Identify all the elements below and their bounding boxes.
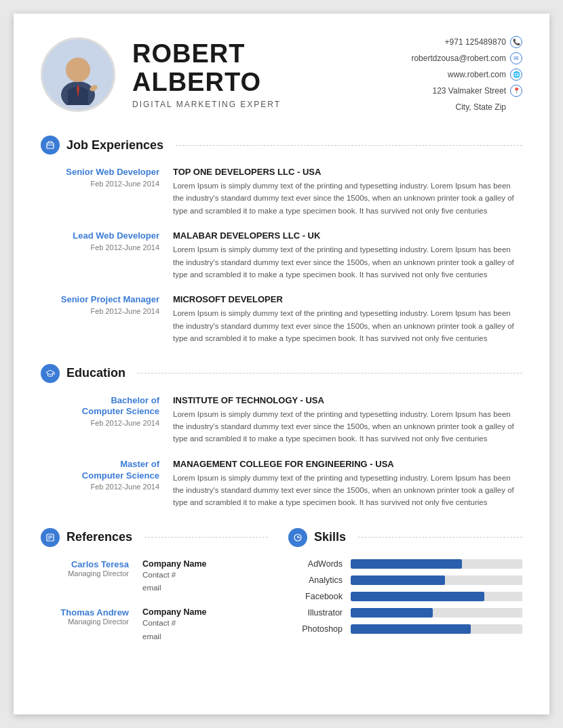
entry-company: TOP ONE DEVELOPERS LLC - USA [173, 167, 522, 177]
address-row: 123 Valmaker Street 📍 [411, 83, 522, 99]
job-section-header: Job Experiences [41, 136, 522, 155]
ref-left: Carlos Teresa Managing Director [41, 559, 129, 595]
svg-rect-4 [47, 143, 54, 148]
job-section-line [176, 145, 522, 146]
list-item: Senior Web Developer Feb 2012-June 2014 … [41, 167, 522, 217]
entry-left: Senior Project Manager Feb 2012-June 201… [41, 294, 159, 344]
entry-description: Lorem Ipsum is simply dummy text of the … [173, 180, 522, 217]
ref-right: Company Name Contact #email [142, 559, 268, 595]
education-section: Education Bachelor ofComputer Science Fe… [41, 364, 522, 509]
education-section-title: Education [66, 366, 125, 380]
entry-dates: Feb 2012-June 2014 [41, 307, 159, 315]
job-section-title: Job Experiences [66, 138, 163, 153]
skill-bar-fill [351, 592, 484, 601]
city-text: City, State Zip [456, 99, 506, 115]
website-text: www.robert.com [448, 66, 506, 83]
ref-left: Thomas Andrew Managing Director [41, 607, 129, 643]
entry-dates: Feb 2012-June 2014 [41, 419, 159, 427]
list-item: Thomas Andrew Managing Director Company … [41, 607, 268, 643]
reference-entries: Carlos Teresa Managing Director Company … [41, 559, 268, 643]
ref-contact: Contact #email [142, 617, 268, 643]
entry-right: TOP ONE DEVELOPERS LLC - USA Lorem Ipsum… [173, 167, 522, 217]
avatar [41, 37, 115, 112]
header-contact: +971 125489870 📞 robertdzousa@robert.com… [411, 34, 522, 115]
skill-bars: AdWords Analytics Facebook Illustrator P… [288, 559, 522, 634]
job-title: DIGITAL MARKETING EXPERT [132, 100, 411, 109]
address-text: 123 Valmaker Street [433, 83, 507, 99]
skill-label: Illustrator [288, 608, 343, 618]
skill-bar-fill [351, 624, 471, 634]
entry-left: Master ofComputer Science Feb 2012-June … [41, 459, 159, 509]
ref-company: Company Name [142, 607, 268, 617]
references-section-header: References [41, 528, 268, 547]
job-icon [41, 136, 60, 155]
last-name: ALBERTO [132, 68, 411, 97]
email-text: robertdzousa@robert.com [411, 50, 506, 66]
entry-role: Bachelor ofComputer Science [41, 395, 159, 418]
header: ROBERT ALBERTO DIGITAL MARKETING EXPERT … [41, 34, 522, 115]
skill-row: Analytics [288, 575, 522, 585]
entry-company: MICROSOFT DEVELOPER [173, 294, 522, 304]
skill-label: Photoshop [288, 624, 343, 634]
references-icon [41, 528, 60, 547]
entry-dates: Feb 2012-June 2014 [41, 180, 159, 188]
entry-description: Lorem Ipsum is simply dummy text of the … [173, 408, 522, 445]
skill-label: Facebook [288, 592, 343, 601]
website-row: www.robert.com 🌐 [411, 66, 522, 83]
entry-dates: Feb 2012-June 2014 [41, 483, 159, 491]
skill-row: Illustrator [288, 608, 522, 618]
education-icon [41, 364, 60, 383]
entry-right: MALABAR DEVELOPERS LLC - UK Lorem Ipsum … [173, 230, 522, 281]
skill-bar-bg [351, 608, 522, 618]
list-item: Senior Project Manager Feb 2012-June 201… [41, 294, 522, 344]
job-section: Job Experiences Senior Web Developer Feb… [41, 136, 522, 345]
phone-icon: 📞 [510, 36, 522, 48]
list-item: Master ofComputer Science Feb 2012-June … [41, 459, 522, 509]
skill-row: Facebook [288, 592, 522, 601]
references-column: References Carlos Teresa Managing Direct… [41, 528, 282, 643]
entry-company: MANAGEMENT COLLEGE FOR ENGINEERING - USA [173, 459, 522, 469]
entry-right: MICROSOFT DEVELOPER Lorem Ipsum is simpl… [173, 294, 522, 344]
skill-bar-bg [351, 592, 522, 601]
entry-left: Senior Web Developer Feb 2012-June 2014 [41, 167, 159, 217]
education-entries: Bachelor ofComputer Science Feb 2012-Jun… [41, 395, 522, 509]
list-item: Carlos Teresa Managing Director Company … [41, 559, 268, 595]
globe-icon: 🌐 [510, 68, 522, 81]
skill-row: Photoshop [288, 624, 522, 634]
bottom-section: References Carlos Teresa Managing Direct… [41, 528, 522, 643]
entry-dates: Feb 2012-June 2014 [41, 243, 159, 251]
education-section-line [138, 373, 522, 373]
skills-column: Skills AdWords Analytics Facebook Illust… [282, 528, 522, 643]
references-section-title: References [66, 530, 132, 544]
phone-row: +971 125489870 📞 [411, 34, 522, 50]
entry-description: Lorem Ipsum is simply dummy text of the … [173, 472, 522, 509]
header-name-block: ROBERT ALBERTO DIGITAL MARKETING EXPERT [132, 40, 411, 109]
entry-role: Master ofComputer Science [41, 459, 159, 482]
first-name: ROBERT [132, 40, 411, 68]
ref-role: Managing Director [41, 618, 129, 626]
skill-bar-fill [351, 559, 462, 569]
skills-section-line [358, 537, 522, 538]
resume-container: ROBERT ALBERTO DIGITAL MARKETING EXPERT … [14, 14, 549, 714]
entry-company: INSTITUTE OF TECHNOLOGY - USA [173, 395, 522, 405]
entry-company: MALABAR DEVELOPERS LLC - UK [173, 230, 522, 241]
phone-text: +971 125489870 [445, 34, 506, 50]
references-section-line [144, 537, 268, 538]
job-entries: Senior Web Developer Feb 2012-June 2014 … [41, 167, 522, 345]
ref-name: Carlos Teresa [41, 559, 129, 569]
ref-company: Company Name [142, 559, 268, 569]
skills-section-header: Skills [288, 528, 522, 547]
skill-bar-bg [351, 624, 522, 634]
email-icon: ✉ [510, 52, 522, 64]
entry-right: MANAGEMENT COLLEGE FOR ENGINEERING - USA… [173, 459, 522, 509]
education-section-header: Education [41, 364, 522, 383]
skill-bar-fill [351, 575, 445, 585]
entry-left: Lead Web Developer Feb 2012-June 2014 [41, 230, 159, 281]
email-row: robertdzousa@robert.com ✉ [411, 50, 522, 66]
location-icon: 📍 [510, 85, 522, 97]
entry-role: Senior Web Developer [41, 167, 159, 178]
entry-left: Bachelor ofComputer Science Feb 2012-Jun… [41, 395, 159, 445]
ref-right: Company Name Contact #email [142, 607, 268, 643]
ref-name: Thomas Andrew [41, 607, 129, 618]
skill-label: AdWords [288, 559, 343, 569]
